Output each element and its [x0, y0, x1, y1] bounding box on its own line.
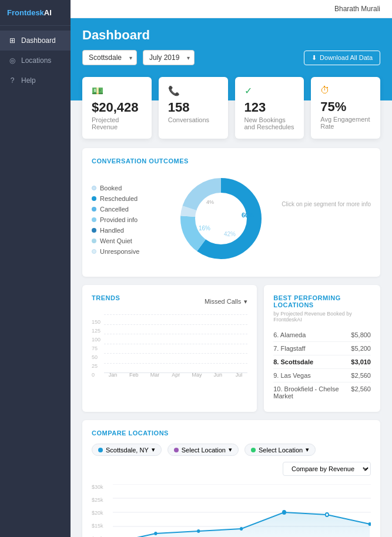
topbar: Bharath Murali [71, 0, 392, 18]
compare-by-select[interactable]: Compare by Revenue [283, 462, 371, 476]
svg-text:4%: 4% [206, 199, 214, 205]
user-name: Bharath Murali [334, 5, 380, 13]
donut-chart[interactable]: 60% 42% 16% 4% [174, 172, 268, 267]
month-filter-wrap: July 2019 [143, 50, 195, 65]
page-title: Dashboard [82, 28, 380, 43]
month-filter[interactable]: July 2019 [143, 50, 195, 65]
locations-list: 6. Alameda $5,800 7. Flagstaff $5,200 8.… [273, 328, 371, 402]
bar-chart-area: 0 25 50 75 100 125 150 [92, 314, 247, 378]
svg-point-4 [195, 193, 247, 244]
trends-header: TRENDS Missed Calls ▾ [92, 294, 247, 308]
bar-jun: Jun [209, 370, 227, 378]
trends-filter-label: Missed Calls [205, 298, 241, 305]
line-chart-svg-wrap: Jan2019 Feb2019 Mar2019 Apr2019 May2019 … [113, 484, 371, 537]
conversations-icon: 📞 [168, 85, 219, 96]
loc-dot-2 [174, 448, 179, 452]
sidebar-item-help[interactable]: ? Help [0, 71, 71, 90]
trends-title: TRENDS [92, 294, 120, 301]
outcomes-content: Booked Rescheduled Cancelled Provided in… [92, 172, 371, 267]
bookings-icon: ✓ [244, 85, 295, 96]
compare-filters: Scottsdale, NY ▾ Select Location ▾ Selec… [92, 444, 371, 476]
loc-dot-3 [251, 448, 256, 452]
svg-text:42%: 42% [224, 231, 236, 237]
brand-name: FrontdeskAI [7, 8, 52, 17]
best-subtitle: by Projected Revenue Booked by Frontdesk… [273, 311, 371, 323]
loc-pill-scottsdale[interactable]: Scottsdale, NY ▾ [92, 444, 162, 456]
sidebar-item-dashboard[interactable]: ⊞ Dashboard [0, 31, 71, 51]
bar-chart: Jan Feb Mar [104, 319, 247, 378]
sidebar: FrontdeskAI ⊞ Dashboard ◎ Locations ? He… [0, 0, 71, 537]
engagement-icon: ⏱ [320, 85, 371, 96]
legend-unresponsive: Unresponsive [92, 248, 162, 255]
conversation-outcomes-card: CONVERSATION OUTCOMES Booked Rescheduled… [82, 148, 380, 277]
conversations-value: 158 [168, 100, 219, 115]
loc-pill-select2[interactable]: Select Location ▾ [167, 444, 239, 456]
kpi-revenue: 💵 $20,428 Projected Revenue [82, 77, 152, 139]
location-alameda: 6. Alameda $5,800 [273, 328, 371, 342]
sidebar-label-dashboard: Dashboard [21, 36, 56, 45]
kpi-conversations: 📞 158 Conversations [159, 77, 228, 139]
revenue-icon: 💵 [92, 85, 142, 96]
main-content: Bharath Murali Dashboard Scottsdale July… [71, 0, 392, 537]
filter-row: Scottsdale July 2019 ⬇ Download All Data [82, 50, 380, 65]
legend-handled: Handled [92, 227, 162, 234]
compare-title: COMPARE LOCATIONS [92, 429, 371, 437]
dropdown-icon: ▾ [244, 298, 247, 306]
trends-card: TRENDS Missed Calls ▾ 0 25 50 75 100 125 [82, 285, 257, 412]
bar-jul: Jul [230, 370, 248, 378]
compare-locations-card: COMPARE LOCATIONS Scottsdale, NY ▾ Selec… [82, 420, 380, 537]
download-icon: ⬇ [311, 54, 317, 62]
engagement-value: 75% [320, 99, 371, 115]
legend-booked: Booked [92, 184, 162, 192]
loc-dot-1 [98, 448, 103, 452]
svg-point-21 [326, 513, 329, 516]
legend-cancelled: Cancelled [92, 206, 162, 213]
help-icon: ? [8, 76, 16, 85]
svg-point-17 [154, 532, 157, 535]
bar-feb: Feb [125, 370, 143, 378]
line-chart-y-axis: $5k $10k $15k $20k $25k $30k [92, 484, 110, 537]
bar-mar: Mar [146, 370, 164, 378]
engagement-label: Avg Engagement Rate [320, 116, 371, 130]
trends-filter[interactable]: Missed Calls ▾ [205, 298, 247, 306]
bookings-label: New Bookings and Reschedules [244, 116, 295, 130]
kpi-engagement: ⏱ 75% Avg Engagement Rate [311, 77, 380, 139]
kpi-row: 💵 $20,428 Projected Revenue 📞 158 Conver… [82, 77, 380, 139]
best-title: BEST PERFORMING LOCATIONS [273, 294, 371, 308]
bar-apr: Apr [167, 370, 185, 378]
kpi-bookings: ✓ 123 New Bookings and Reschedules [235, 77, 304, 139]
trends-row: TRENDS Missed Calls ▾ 0 25 50 75 100 125 [82, 285, 380, 412]
revenue-value: $20,428 [92, 100, 142, 115]
download-button[interactable]: ⬇ Download All Data [304, 51, 380, 65]
location-scottsdale: 8. Scottsdale $3,010 [273, 355, 371, 369]
download-label: Download All Data [320, 54, 373, 61]
chevron-down-icon-3: ▾ [306, 446, 309, 454]
location-icon: ◎ [8, 56, 16, 65]
chevron-down-icon-1: ▾ [152, 446, 155, 454]
loc-label-2: Select Location [182, 447, 226, 454]
bar-jan: Jan [104, 370, 122, 378]
line-chart-svg [113, 484, 371, 537]
svg-text:16%: 16% [199, 225, 210, 231]
outcomes-title: CONVERSATION OUTCOMES [92, 157, 371, 165]
location-brookfield: 10. Brookfield - Chelse Market $2,560 [273, 382, 371, 402]
location-filter-wrap: Scottsdale [82, 50, 137, 65]
dashboard-icon: ⊞ [8, 36, 16, 45]
bar-may: May [188, 370, 206, 378]
legend-quiet: Went Quiet [92, 237, 162, 244]
legend-rescheduled: Rescheduled [92, 195, 162, 202]
sidebar-item-locations[interactable]: ◎ Locations [0, 51, 71, 71]
compare-by-wrap: Compare by Revenue [283, 462, 371, 476]
revenue-label: Projected Revenue [92, 116, 142, 130]
line-chart-container: $5k $10k $15k $20k $25k $30k [92, 484, 371, 537]
svg-point-20 [282, 510, 286, 515]
sidebar-logo: FrontdeskAI [0, 0, 71, 26]
conversations-label: Conversations [168, 116, 219, 123]
loc-pill-select3[interactable]: Select Location ▾ [244, 444, 316, 456]
sidebar-label-help: Help [21, 76, 36, 85]
sidebar-nav: ⊞ Dashboard ◎ Locations ? Help [0, 26, 71, 90]
loc-label-1: Scottsdale, NY [106, 447, 149, 454]
best-locations-card: BEST PERFORMING LOCATIONS by Projected R… [264, 285, 380, 412]
location-filter[interactable]: Scottsdale [82, 50, 137, 65]
y-axis: 0 25 50 75 100 125 150 [92, 319, 100, 378]
